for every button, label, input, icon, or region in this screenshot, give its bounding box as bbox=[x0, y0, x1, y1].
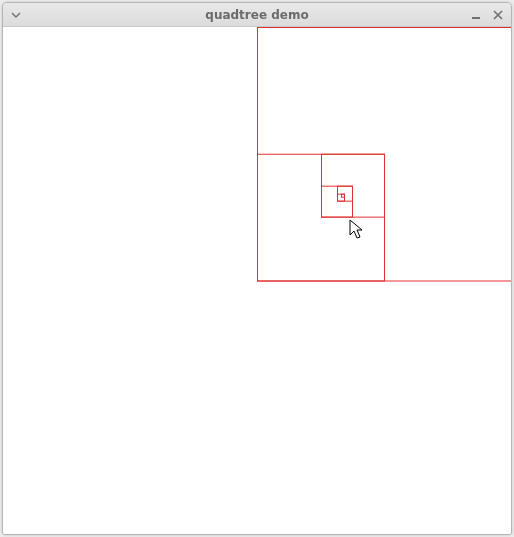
close-button[interactable] bbox=[491, 8, 505, 22]
content-area bbox=[3, 27, 511, 534]
quadtree-node-rect bbox=[342, 194, 345, 197]
app-window: quadtree demo bbox=[2, 2, 512, 535]
titlebar[interactable]: quadtree demo bbox=[3, 3, 511, 27]
window-title: quadtree demo bbox=[3, 8, 511, 22]
minimize-icon bbox=[471, 10, 481, 20]
svg-rect-0 bbox=[472, 17, 480, 19]
close-icon bbox=[493, 10, 503, 20]
window-menu-button[interactable] bbox=[9, 8, 23, 22]
chevron-down-icon bbox=[11, 12, 21, 18]
quadtree-svg bbox=[3, 27, 511, 534]
minimize-button[interactable] bbox=[469, 8, 483, 22]
quadtree-canvas[interactable] bbox=[3, 27, 511, 534]
